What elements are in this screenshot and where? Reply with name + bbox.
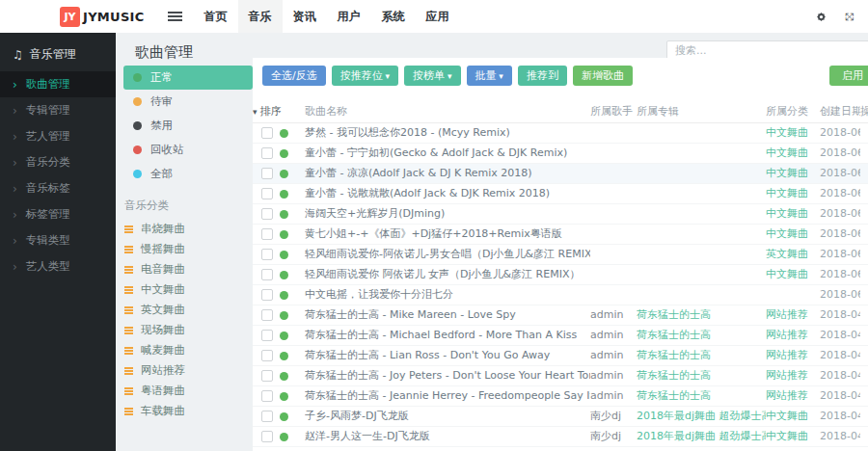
- album-link[interactable]: 荷东猛士的士高: [637, 308, 711, 321]
- status-filter[interactable]: 正常: [123, 66, 253, 90]
- row-checkbox[interactable]: [261, 350, 273, 361]
- song-name-link[interactable]: 荷东猛士的士高 - Lian Ross - Don't You Go Away: [305, 349, 550, 361]
- song-name-link[interactable]: 子乡-风雨梦-DJ飞龙版: [305, 410, 409, 422]
- song-name-link[interactable]: 梦然 - 我可以想念你2018 - (Mcyy Remix): [305, 126, 510, 139]
- nav-item[interactable]: 用户: [327, 0, 371, 33]
- album-link[interactable]: 荷东猛士的士高: [637, 389, 711, 402]
- category-link[interactable]: 中文舞曲: [766, 268, 808, 280]
- category-filter[interactable]: 电音舞曲: [123, 259, 253, 279]
- list-icon: [124, 411, 133, 412]
- album-link[interactable]: 荷东猛士的士高: [637, 329, 711, 341]
- category-link[interactable]: 中文舞曲: [766, 167, 808, 179]
- category-filter[interactable]: 粤语舞曲: [123, 381, 253, 401]
- sidebar-item[interactable]: ›艺人管理: [0, 123, 116, 149]
- category-filter[interactable]: 英文舞曲: [123, 300, 253, 320]
- row-checkbox[interactable]: [261, 188, 273, 199]
- album-link[interactable]: 荷东猛士的士高: [637, 369, 711, 382]
- toolbar-button[interactable]: 全选/反选: [262, 66, 326, 86]
- category-filter[interactable]: 车载舞曲: [123, 401, 253, 421]
- song-name-link[interactable]: 童小蕾 - 宁宁如初(Gecko & Adolf Jack & DJK Remi…: [305, 146, 567, 159]
- toolbar-button[interactable]: 按榜单 ▾: [404, 66, 460, 86]
- category-link[interactable]: 中文舞曲: [766, 227, 808, 240]
- row-checkbox[interactable]: [261, 147, 273, 159]
- toolbar-button[interactable]: 批量 ▾: [467, 66, 512, 86]
- category-link[interactable]: 中文舞曲: [766, 146, 808, 159]
- song-name-link[interactable]: 童小蕾 - 凉凉(Adolf Jack & DJ K Remix 2018): [305, 167, 532, 179]
- nav-item[interactable]: 首页: [194, 0, 238, 33]
- gear-icon[interactable]: [814, 10, 828, 24]
- category-link[interactable]: 中文舞曲: [766, 207, 808, 220]
- category-filter[interactable]: 喊麦舞曲: [123, 340, 253, 360]
- album-link[interactable]: 2018年最dj舞曲 超劲爆士高串烧: [637, 410, 766, 422]
- fullscreen-icon[interactable]: ⤢⤡: [843, 11, 855, 23]
- toolbar-button[interactable]: 推荐到: [518, 66, 567, 86]
- nav-item[interactable]: 应用: [416, 0, 460, 33]
- table-body: 梦然 - 我可以想念你2018 - (Mcyy Remix)中文舞曲2018-0…: [253, 122, 868, 446]
- category-filter[interactable]: 慢摇舞曲: [123, 239, 253, 259]
- category-filter[interactable]: 网站推荐: [123, 360, 253, 381]
- column-header-sort[interactable]: ▾ 排序: [253, 101, 305, 122]
- song-name-link[interactable]: 荷东猛士的士高 - Michael Bedford - More Than A …: [305, 329, 577, 341]
- song-name-link[interactable]: 荷东猛士的士高 - Joy Peters - Don't Loose Your …: [305, 369, 590, 382]
- sidebar-menu: ›歌曲管理›专辑管理›艺人管理›音乐分类›音乐标签›标签管理›专辑类型›艺人类型: [0, 71, 116, 279]
- song-name-link[interactable]: 荷东猛士的士高 - Jeannie Herrey - Freedompeople…: [305, 389, 590, 402]
- row-checkbox[interactable]: [261, 168, 273, 179]
- category-filter[interactable]: 中文舞曲: [123, 279, 253, 300]
- song-name-link[interactable]: 童小蕾 - 说散就散(Adolf Jack & DJK Remix 2018): [305, 187, 550, 199]
- song-name-link[interactable]: 荷东猛士的士高 - Mike Mareen - Love Spy: [305, 308, 516, 321]
- category-link[interactable]: 网站推荐: [766, 308, 808, 321]
- sidebar-item[interactable]: ›音乐标签: [0, 175, 116, 201]
- enable-button[interactable]: 启用: [829, 66, 868, 86]
- nav-item[interactable]: 系统: [371, 0, 416, 33]
- album-link[interactable]: 2018年最dj舞曲 超劲爆士高中文: [637, 430, 766, 442]
- row-checkbox[interactable]: [261, 330, 273, 341]
- song-name-link[interactable]: 轻风细雨说爱你-阿依诺儿-男女合唱（Dj小鱼儿&彦江 REMIX）: [305, 248, 590, 260]
- sidebar-item[interactable]: ›歌曲管理: [0, 71, 116, 97]
- category-link[interactable]: 英文舞曲: [766, 248, 808, 260]
- sidebar-item[interactable]: ›标签管理: [0, 201, 116, 227]
- nav-item[interactable]: 资讯: [283, 0, 327, 33]
- row-checkbox[interactable]: [261, 411, 273, 422]
- created-date: 2018-06: [820, 264, 860, 284]
- row-checkbox[interactable]: [261, 370, 273, 382]
- row-checkbox[interactable]: [261, 390, 273, 402]
- category-link[interactable]: 中文舞曲: [766, 126, 808, 139]
- song-name-link[interactable]: 轻风细雨说爱你 阿依诺儿 女声（Dj小鱼儿&彦江 REMIX）: [305, 268, 580, 280]
- row-checkbox[interactable]: [261, 309, 273, 321]
- song-name-link[interactable]: 海阔天空+光辉岁月(DJming): [305, 207, 445, 220]
- row-checkbox[interactable]: [261, 289, 273, 301]
- category-link[interactable]: 中文舞曲: [766, 187, 808, 199]
- row-checkbox[interactable]: [261, 249, 273, 260]
- row-checkbox[interactable]: [261, 269, 273, 280]
- toolbar-button[interactable]: 按推荐位 ▾: [332, 66, 398, 86]
- category-link[interactable]: 中文舞曲: [766, 410, 808, 422]
- status-dot-icon: [133, 146, 142, 154]
- category-filter[interactable]: 现场舞曲: [123, 320, 253, 340]
- sidebar-item-label: 歌曲管理: [26, 77, 70, 92]
- song-name-link[interactable]: 黄七小姐+-+《体面》+Dj猛仔+2018+Remix粤语版: [305, 227, 562, 240]
- sidebar-item[interactable]: ›专辑类型: [0, 227, 116, 253]
- status-filter[interactable]: 待审: [123, 90, 253, 114]
- category-link[interactable]: 中文舞曲: [766, 430, 808, 442]
- category-link[interactable]: 网站推荐: [766, 329, 808, 341]
- row-checkbox[interactable]: [261, 127, 273, 139]
- album-link[interactable]: 荷东猛士的士高: [637, 349, 711, 361]
- category-link[interactable]: 网站推荐: [766, 369, 808, 382]
- category-link[interactable]: 网站推荐: [766, 389, 808, 402]
- category-link[interactable]: 网站推荐: [766, 349, 808, 361]
- toolbar-button[interactable]: 新增歌曲: [573, 66, 633, 86]
- status-filter[interactable]: 全部: [123, 162, 253, 186]
- status-filter[interactable]: 回收站: [123, 138, 253, 162]
- hamburger-menu-icon[interactable]: [164, 0, 186, 33]
- sidebar-item[interactable]: ›艺人类型: [0, 253, 116, 279]
- song-name-link[interactable]: 赵洋-男人这一生-DJ飞龙版: [305, 430, 430, 442]
- sidebar-item[interactable]: ›专辑管理: [0, 97, 116, 123]
- row-checkbox[interactable]: [261, 208, 273, 220]
- row-checkbox[interactable]: [261, 228, 273, 240]
- category-filter[interactable]: 串烧舞曲: [123, 219, 253, 239]
- sidebar-item[interactable]: ›音乐分类: [0, 149, 116, 175]
- nav-item[interactable]: 音乐: [238, 0, 283, 33]
- song-name-link[interactable]: 中文电摇，让我爱你十分泪七分: [305, 288, 453, 301]
- row-checkbox[interactable]: [261, 431, 273, 442]
- status-filter[interactable]: 禁用: [123, 114, 253, 138]
